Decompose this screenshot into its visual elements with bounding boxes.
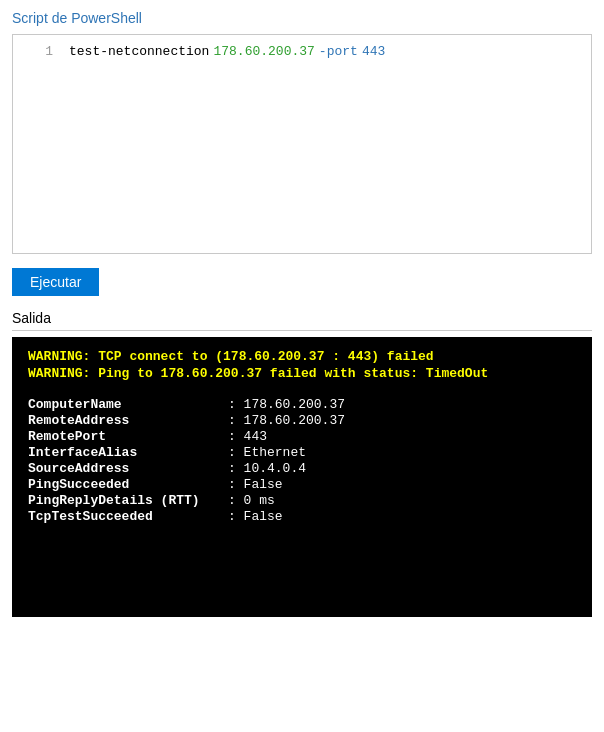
code-content-1: test-netconnection 178.60.200.37 -port 4… [69, 44, 385, 59]
output-key: PingSucceeded [28, 477, 228, 492]
code-ip-address: 178.60.200.37 [213, 44, 314, 59]
table-row: PingReplyDetails (RTT) : 0 ms [28, 493, 576, 508]
output-terminal: WARNING: TCP connect to (178.60.200.37 :… [12, 337, 592, 617]
warning-line-1: WARNING: TCP connect to (178.60.200.37 :… [28, 349, 576, 364]
output-key: TcpTestSucceeded [28, 509, 228, 524]
page-container: Script de PowerShell 1 test-netconnectio… [0, 0, 604, 627]
output-value: : 178.60.200.37 [228, 397, 345, 412]
output-value: : 0 ms [228, 493, 275, 508]
code-line-1: 1 test-netconnection 178.60.200.37 -port… [13, 43, 591, 60]
output-value: : 178.60.200.37 [228, 413, 345, 428]
output-value: : False [228, 477, 283, 492]
warning-line-2: WARNING: Ping to 178.60.200.37 failed wi… [28, 366, 576, 381]
output-value: : False [228, 509, 283, 524]
output-key: PingReplyDetails (RTT) [28, 493, 228, 508]
output-key: InterfaceAlias [28, 445, 228, 460]
output-spacer [28, 383, 576, 397]
execute-button[interactable]: Ejecutar [12, 268, 99, 296]
table-row: ComputerName : 178.60.200.37 [28, 397, 576, 412]
output-section-title: Salida [12, 310, 592, 331]
code-port-number: 443 [362, 44, 385, 59]
output-value: : 10.4.0.4 [228, 461, 306, 476]
output-value: : 443 [228, 429, 267, 444]
table-row: SourceAddress : 10.4.0.4 [28, 461, 576, 476]
line-number-1: 1 [21, 44, 53, 59]
output-key: RemotePort [28, 429, 228, 444]
table-row: RemotePort : 443 [28, 429, 576, 444]
script-section-title: Script de PowerShell [12, 10, 592, 26]
code-port-flag: -port [319, 44, 358, 59]
output-key: ComputerName [28, 397, 228, 412]
code-command: test-netconnection [69, 44, 209, 59]
table-row: PingSucceeded : False [28, 477, 576, 492]
table-row: RemoteAddress : 178.60.200.37 [28, 413, 576, 428]
output-value: : Ethernet [228, 445, 306, 460]
output-table: ComputerName : 178.60.200.37 RemoteAddre… [28, 397, 576, 524]
table-row: InterfaceAlias : Ethernet [28, 445, 576, 460]
script-editor[interactable]: 1 test-netconnection 178.60.200.37 -port… [12, 34, 592, 254]
output-key: SourceAddress [28, 461, 228, 476]
table-row: TcpTestSucceeded : False [28, 509, 576, 524]
output-key: RemoteAddress [28, 413, 228, 428]
